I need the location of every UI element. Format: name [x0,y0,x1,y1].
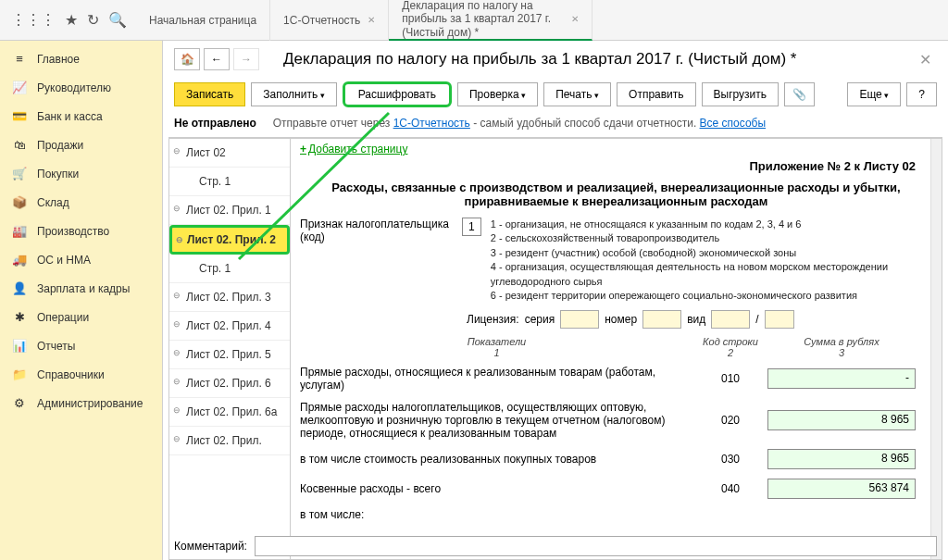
license-serie-input[interactable] [560,310,599,329]
sidebar-item-label: Администрирование [37,397,143,410]
sidebar-item-label: Операции [37,311,89,324]
star-icon[interactable]: ★ [65,11,78,29]
sidebar-item-label: Руководителю [37,81,111,94]
amount-input[interactable]: 563 874 [767,479,916,499]
tab-label: Начальная страница [149,14,256,27]
toggle-icon[interactable]: ⊖ [173,319,181,329]
amount-input[interactable]: 8 965 [767,410,916,430]
table-row: в том числе стоимость реализованных поку… [300,449,916,469]
toggle-icon[interactable]: ⊖ [173,434,181,443]
attachment-title: Приложение № 2 к Листу 02 [300,159,916,173]
section-icon: 🏭 [11,224,28,238]
sidebar-item-label: Продажи [37,139,83,152]
sidebar-item[interactable]: ≡Главное [0,44,162,73]
home-button[interactable]: 🏠 [174,48,200,70]
row-code: 040 [693,482,767,495]
section-icon: ✱ [11,310,28,324]
tab-declaration[interactable]: Декларация по налогу на прибыль за 1 ква… [389,0,592,41]
row-code: 020 [693,414,767,427]
sidebar-item[interactable]: 📈Руководителю [0,73,162,102]
fill-button[interactable]: Заполнить [251,82,336,106]
tree-item[interactable]: ⊖Лист 02. Прил. 5 [169,341,290,369]
tree-item[interactable]: Стр. 1 [169,168,290,196]
row-label: Прямые расходы, относящиеся к реализован… [300,366,693,392]
comment-input[interactable] [255,536,937,556]
sidebar-item-label: Покупки [37,168,79,180]
license-number-input[interactable] [642,310,681,329]
close-icon[interactable]: ✕ [914,51,937,68]
tree-item[interactable]: ⊖Лист 02. Прил. 4 [169,312,290,341]
tree-item[interactable]: ⊖Лист 02 [169,139,290,168]
more-button[interactable]: Еще [847,82,901,106]
history-icon[interactable]: ↻ [87,11,99,29]
section-icon: 💳 [11,109,28,123]
sidebar-item[interactable]: 🚚ОС и НМА [0,245,162,274]
section-icon: 🛒 [11,167,28,180]
tab-reporting[interactable]: 1С-Отчетность✕ [270,0,389,41]
save-button[interactable]: Записать [174,82,245,106]
col-header: Показатели [468,336,527,347]
link-1c-reporting[interactable]: 1С-Отчетность [393,117,470,130]
sidebar-item[interactable]: ⚙Администрирование [0,389,162,417]
tree-item-label: Лист 02 [186,146,226,159]
form-title: Расходы, связанные с производством и реа… [328,180,904,208]
license-type-input[interactable] [711,310,750,329]
close-icon[interactable]: ✕ [368,15,375,25]
apps-icon[interactable]: ⋮⋮⋮ [11,11,56,29]
license-sub-input[interactable] [765,310,794,329]
close-icon[interactable]: ✕ [571,14,579,24]
row-label: в том числе: [300,508,693,521]
sidebar-item-label: Банк и касса [37,110,103,123]
back-button[interactable]: ← [204,48,230,70]
code-legend: 1 - организация, не относящаяся к указан… [491,218,932,303]
attach-button[interactable]: 📎 [784,82,815,106]
toggle-icon[interactable]: ⊖ [173,291,181,300]
tree-item[interactable]: Стр. 1 [169,255,290,283]
serie-label: серия [525,313,555,326]
tree-item[interactable]: ⊖Лист 02. Прил. 6а [169,398,290,427]
scrollbar[interactable] [930,139,942,559]
add-page-link[interactable]: + Добавить страницу [300,143,407,156]
toggle-icon[interactable]: ⊖ [176,235,183,244]
sidebar-item[interactable]: 📦Склад [0,188,162,217]
tree-item[interactable]: ⊖Лист 02. Прил. 3 [169,283,290,312]
toggle-icon[interactable]: ⊖ [173,377,181,386]
link-all-methods[interactable]: Все способы [700,117,767,130]
send-button[interactable]: Отправить [617,82,696,106]
tree-item[interactable]: ⊖Лист 02. Прил. 1 [169,196,290,225]
tree-item-label: Лист 02. Прил. 2 [187,233,276,246]
search-icon[interactable]: 🔍 [108,11,127,29]
toggle-icon[interactable]: ⊖ [173,146,181,156]
decode-button[interactable]: Расшифровать [343,81,452,107]
tree-item-label: Стр. 1 [199,175,231,188]
sidebar-item[interactable]: 👤Зарплата и кадры [0,274,162,303]
tree-item-label: Лист 02. Прил. 6 [186,377,271,390]
sidebar-item[interactable]: 🛒Покупки [0,159,162,188]
table-row: Прямые расходы налогоплательщиков, осуще… [300,401,916,440]
forward-button[interactable]: → [233,48,259,70]
sidebar-item[interactable]: 🏭Производство [0,217,162,245]
sidebar-item[interactable]: ✱Операции [0,303,162,331]
sidebar-item-label: Главное [37,53,80,66]
row-label: Косвенные расходы - всего [300,482,693,495]
toggle-icon[interactable]: ⊖ [173,348,181,357]
toggle-icon[interactable]: ⊖ [173,405,181,415]
help-button[interactable]: ? [906,82,937,106]
tree-item[interactable]: ⊖Лист 02. Прил. 2 [169,225,290,255]
print-button[interactable]: Печать [543,82,611,106]
sidebar-item-label: Зарплата и кадры [37,282,130,295]
taxpayer-sign-input[interactable]: 1 [462,218,481,236]
tree-item[interactable]: ⊖Лист 02. Прил. [169,427,290,455]
amount-input[interactable]: - [767,368,916,389]
tab-home[interactable]: Начальная страница [136,0,270,41]
tree-item[interactable]: ⊖Лист 02. Прил. 6 [169,369,290,398]
toggle-icon[interactable]: ⊖ [173,204,181,213]
check-button[interactable]: Проверка [457,82,538,106]
sidebar-item[interactable]: 📊Отчеты [0,331,162,360]
amount-input[interactable]: 8 965 [767,449,916,469]
export-button[interactable]: Выгрузить [702,82,780,106]
sidebar-item[interactable]: 🛍Продажи [0,131,162,159]
sidebar-item[interactable]: 💳Банк и касса [0,102,162,131]
sidebar-item[interactable]: 📁Справочники [0,360,162,389]
section-icon: 📦 [11,195,28,209]
